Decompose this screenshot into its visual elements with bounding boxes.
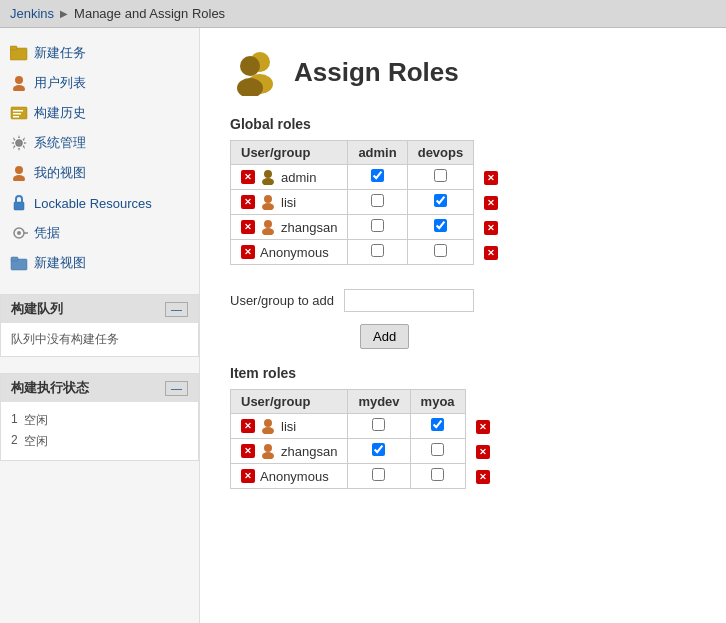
devops-cell[interactable] (407, 215, 474, 240)
build-status-header: 构建执行状态 — (1, 374, 198, 402)
row-delete-button[interactable]: ✕ (484, 171, 498, 185)
sidebar-item-new-view[interactable]: 新建视图 (0, 248, 199, 278)
page-header: Assign Roles (230, 48, 696, 96)
myoa-checkbox[interactable] (431, 468, 444, 481)
col-header-usergroup: User/group (231, 390, 348, 414)
svg-point-3 (13, 85, 25, 91)
sidebar-item-my-view[interactable]: 我的视图 (0, 158, 199, 188)
admin-cell[interactable] (348, 215, 407, 240)
mydev-cell[interactable] (348, 439, 410, 464)
build-queue-panel: 构建队列 — 队列中没有构建任务 (0, 294, 199, 357)
svg-rect-16 (11, 257, 18, 261)
myoa-checkbox[interactable] (431, 443, 444, 456)
devops-cell[interactable] (407, 240, 474, 265)
mydev-checkbox[interactable] (372, 418, 385, 431)
row-delete-cell: ✕ (465, 439, 500, 464)
devops-cell[interactable] (407, 165, 474, 190)
main-layout: 新建任务 用户列表 构建历史 系统管理 (0, 28, 726, 623)
svg-point-21 (264, 170, 272, 178)
username: zhangsan (281, 444, 337, 459)
delete-button[interactable]: ✕ (241, 170, 255, 184)
global-roles-header-row: User/group admin devops (231, 141, 509, 165)
build-status-panel: 构建执行状态 — 1 空闲 2 空闲 (0, 373, 199, 461)
admin-checkbox[interactable] (371, 219, 384, 232)
global-roles-section: Global roles User/group admin devops (230, 116, 696, 265)
user-icon (260, 443, 276, 459)
admin-checkbox[interactable] (371, 169, 384, 182)
admin-cell[interactable] (348, 165, 407, 190)
admin-cell[interactable] (348, 240, 407, 265)
assign-roles-icon (230, 48, 282, 96)
col-header-mydev: mydev (348, 390, 410, 414)
exec-item-2: 2 空闲 (11, 431, 188, 452)
sidebar-item-new-task[interactable]: 新建任务 (0, 38, 199, 68)
devops-checkbox[interactable] (434, 194, 447, 207)
admin-checkbox[interactable] (371, 194, 384, 207)
delete-button[interactable]: ✕ (241, 245, 255, 259)
sidebar-item-lockable[interactable]: Lockable Resources (0, 188, 199, 218)
row-delete-button[interactable]: ✕ (484, 196, 498, 210)
row-delete-button[interactable]: ✕ (484, 246, 498, 260)
username: lisi (281, 195, 296, 210)
svg-point-13 (17, 231, 21, 235)
username: zhangsan (281, 220, 337, 235)
devops-checkbox[interactable] (434, 169, 447, 182)
breadcrumb-root[interactable]: Jenkins (10, 6, 54, 21)
devops-cell[interactable] (407, 190, 474, 215)
exec-item-1: 1 空闲 (11, 410, 188, 431)
mydev-checkbox[interactable] (372, 468, 385, 481)
delete-button[interactable]: ✕ (241, 419, 255, 433)
devops-checkbox[interactable] (434, 244, 447, 257)
admin-cell[interactable] (348, 190, 407, 215)
build-status-body: 1 空闲 2 空闲 (1, 402, 198, 460)
sidebar: 新建任务 用户列表 构建历史 系统管理 (0, 28, 200, 623)
myoa-cell[interactable] (410, 464, 465, 489)
svg-point-25 (264, 220, 272, 228)
sidebar-item-system[interactable]: 系统管理 (0, 128, 199, 158)
user-cell: ✕ lisi (231, 414, 348, 439)
svg-point-9 (15, 166, 23, 174)
mydev-cell[interactable] (348, 464, 410, 489)
build-status-minimize[interactable]: — (165, 381, 188, 396)
build-queue-minimize[interactable]: — (165, 302, 188, 317)
svg-point-26 (262, 228, 274, 235)
col-header-devops: devops (407, 141, 474, 165)
mydev-cell[interactable] (348, 414, 410, 439)
col-header-admin: admin (348, 141, 407, 165)
devops-checkbox[interactable] (434, 219, 447, 232)
add-button[interactable]: Add (360, 324, 409, 349)
sidebar-item-credentials[interactable]: 凭据 (0, 218, 199, 248)
myoa-cell[interactable] (410, 414, 465, 439)
table-row: ✕ zhangsan ✕ (231, 439, 501, 464)
mydev-checkbox[interactable] (372, 443, 385, 456)
sidebar-label: 新建视图 (34, 254, 86, 272)
build-queue-empty: 队列中没有构建任务 (11, 332, 119, 346)
myoa-checkbox[interactable] (431, 418, 444, 431)
row-delete-button[interactable]: ✕ (476, 470, 490, 484)
delete-button[interactable]: ✕ (241, 220, 255, 234)
table-row: ✕ zhangsan ✕ (231, 215, 509, 240)
sidebar-item-user-list[interactable]: 用户列表 (0, 68, 199, 98)
row-delete-button[interactable]: ✕ (476, 420, 490, 434)
svg-rect-7 (13, 116, 19, 118)
history-icon (10, 104, 28, 122)
sidebar-item-build-history[interactable]: 构建历史 (0, 98, 199, 128)
delete-button[interactable]: ✕ (241, 444, 255, 458)
username: admin (281, 170, 316, 185)
svg-rect-11 (14, 202, 24, 210)
svg-point-29 (264, 444, 272, 452)
myoa-cell[interactable] (410, 439, 465, 464)
table-row: ✕ lisi ✕ (231, 414, 501, 439)
row-delete-button[interactable]: ✕ (476, 445, 490, 459)
admin-checkbox[interactable] (371, 244, 384, 257)
username: Anonymous (260, 469, 329, 484)
row-delete-cell: ✕ (465, 414, 500, 439)
delete-button[interactable]: ✕ (241, 195, 255, 209)
row-delete-cell: ✕ (474, 240, 509, 265)
row-delete-button[interactable]: ✕ (484, 221, 498, 235)
exec-status-1: 空闲 (24, 412, 48, 429)
add-user-input[interactable] (344, 289, 474, 312)
svg-point-8 (16, 140, 23, 147)
add-user-row: User/group to add (230, 289, 696, 312)
delete-button[interactable]: ✕ (241, 469, 255, 483)
